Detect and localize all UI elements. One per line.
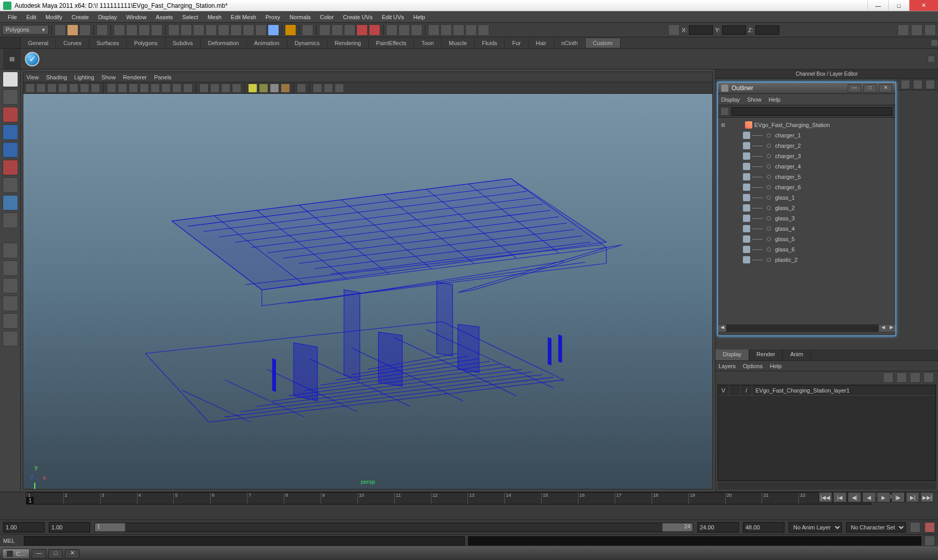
history-icon[interactable] <box>285 24 296 36</box>
vp-menu-shading[interactable]: Shading <box>46 74 67 80</box>
vp-light-icon[interactable] <box>221 83 230 93</box>
shelf-custom-check-icon[interactable]: ✓ <box>25 52 39 66</box>
scroll-right-icon[interactable]: ◀ <box>879 325 887 332</box>
outliner-node[interactable]: glass_3 <box>718 213 895 223</box>
layer-tool-icon[interactable] <box>883 372 893 383</box>
outliner-titlebar[interactable]: Outliner — □ ✕ <box>718 82 895 94</box>
outliner-node[interactable]: glass_6 <box>718 244 895 255</box>
outliner-tree[interactable]: ⊟ EVgo_Fast_Charging_Station charger_1ch… <box>718 118 895 324</box>
menu-display[interactable]: Display <box>93 12 121 22</box>
go-to-end-button[interactable]: ▶▶| <box>920 492 934 502</box>
shelf-tab-hair[interactable]: Hair <box>529 38 554 48</box>
maximize-button[interactable]: □ <box>888 0 909 11</box>
render-globals-icon[interactable] <box>356 24 368 36</box>
render-icon[interactable] <box>332 24 343 36</box>
render-globals-icon[interactable] <box>369 24 380 36</box>
layer-tool-icon[interactable] <box>896 372 907 383</box>
taskbar-item[interactable]: C... <box>2 549 30 559</box>
vp-tool-icon[interactable] <box>47 83 57 93</box>
select-tool-icon[interactable] <box>3 72 18 87</box>
scroll-right-icon[interactable]: ▶ <box>887 325 895 332</box>
coord-z-input[interactable] <box>755 25 779 35</box>
autokey-icon[interactable] <box>910 522 920 533</box>
layout-four-icon[interactable] <box>3 260 18 276</box>
anim-end-field[interactable] <box>743 522 784 533</box>
snap-curve-icon[interactable] <box>181 24 192 36</box>
anim-start-field[interactable] <box>3 522 45 533</box>
shelf-scroll-down-icon[interactable] <box>928 55 935 63</box>
menu-edit[interactable]: Edit <box>22 12 41 22</box>
taskbar-maximize-button[interactable]: □ <box>48 549 63 558</box>
cb-tool-icon[interactable] <box>913 80 922 89</box>
scroll-left-icon[interactable]: ◀ <box>718 325 726 332</box>
shelf-tab-muscle[interactable]: Muscle <box>442 38 475 48</box>
panel-icon[interactable] <box>440 24 452 36</box>
shelf-tab-fluids[interactable]: Fluids <box>475 38 505 48</box>
vp-light-icon[interactable] <box>281 83 290 93</box>
layer-tab-render[interactable]: Render <box>749 349 783 360</box>
panel-icon[interactable] <box>428 24 439 36</box>
coord-x-input[interactable] <box>689 25 713 35</box>
outliner-node[interactable]: charger_2 <box>718 141 895 151</box>
cmd-language-label[interactable]: MEL <box>3 538 21 544</box>
snap-live-icon[interactable] <box>218 24 229 36</box>
vp-menu-view[interactable]: View <box>26 74 39 80</box>
universal-manip-icon[interactable] <box>3 177 18 193</box>
cmd-input[interactable] <box>24 536 465 545</box>
vp-shading-icon[interactable] <box>183 83 192 93</box>
new-scene-icon[interactable] <box>54 24 66 36</box>
vp-tool-icon[interactable] <box>69 83 78 93</box>
outliner-maximize-button[interactable]: □ <box>863 84 877 92</box>
coord-y-input[interactable] <box>722 25 746 35</box>
shelf-tab-toon[interactable]: Toon <box>414 38 442 48</box>
vp-light-icon[interactable] <box>199 83 209 93</box>
play-back-button[interactable]: ◀ <box>862 492 876 502</box>
layout-icon[interactable] <box>398 24 410 36</box>
vp-light-icon[interactable] <box>248 83 257 93</box>
shelf-menu-icon[interactable] <box>0 37 21 48</box>
layout-icon[interactable] <box>411 24 422 36</box>
snap-grid-icon[interactable] <box>168 24 180 36</box>
select-mask-icon[interactable] <box>114 24 125 36</box>
shelf-tab-surfaces[interactable]: Surfaces <box>89 38 127 48</box>
outliner-node[interactable]: glass_5 <box>718 234 895 244</box>
outliner-node[interactable]: plastic_2 <box>718 255 895 265</box>
shelf-tab-curves[interactable]: Curves <box>56 38 89 48</box>
layer-tab-display[interactable]: Display <box>715 349 749 360</box>
outliner-node-root[interactable]: ⊟ EVgo_Fast_Charging_Station <box>718 120 895 130</box>
layer-row[interactable]: V / EVgo_Fast_Charging_Station_layer1 <box>718 385 935 396</box>
shelf-tab-painteffects[interactable]: PaintEffects <box>369 38 415 48</box>
vp-menu-lighting[interactable]: Lighting <box>74 74 94 80</box>
outliner-search-icon[interactable] <box>721 108 728 115</box>
rotate-tool-icon[interactable] <box>3 142 18 158</box>
layer-tool-icon[interactable] <box>910 372 920 383</box>
outliner-node[interactable]: glass_4 <box>718 223 895 234</box>
play-forward-button[interactable]: ▶ <box>877 492 890 502</box>
lasso-tool-icon[interactable] <box>3 89 18 105</box>
shelf-tab-general[interactable]: General <box>21 38 56 48</box>
menu-createuvs[interactable]: Create UVs <box>338 12 377 22</box>
shelf-tab-fur[interactable]: Fur <box>505 38 529 48</box>
vp-light-icon[interactable] <box>232 83 241 93</box>
panel-icon[interactable] <box>465 24 477 36</box>
close-button[interactable]: ✕ <box>909 0 938 11</box>
menu-assets[interactable]: Assets <box>151 12 177 22</box>
undo-icon[interactable] <box>96 24 108 36</box>
ipr-icon[interactable] <box>344 24 355 36</box>
shelf-tab-dynamics[interactable]: Dynamics <box>287 38 327 48</box>
snap-plane-icon[interactable] <box>205 24 217 36</box>
vp-misc-icon[interactable] <box>335 83 344 93</box>
menu-select[interactable]: Select <box>177 12 203 22</box>
render-icon[interactable] <box>319 24 330 36</box>
menu-set-selector[interactable]: Polygons▾ <box>2 25 49 35</box>
sidebar-toggle-icon[interactable] <box>898 24 909 36</box>
vp-shading-icon[interactable] <box>107 83 116 93</box>
input-mode-icon[interactable] <box>668 24 680 36</box>
layer-playback-toggle[interactable] <box>729 385 741 395</box>
vp-tool-icon[interactable] <box>36 83 46 93</box>
step-back-button[interactable]: ◀| <box>848 492 861 502</box>
move-tool-icon[interactable] <box>3 124 18 140</box>
time-slider-track[interactable]: 123456789101112131415161718192021222324 … <box>26 492 873 505</box>
menu-create[interactable]: Create <box>67 12 93 22</box>
outliner-node[interactable]: charger_6 <box>718 182 895 192</box>
